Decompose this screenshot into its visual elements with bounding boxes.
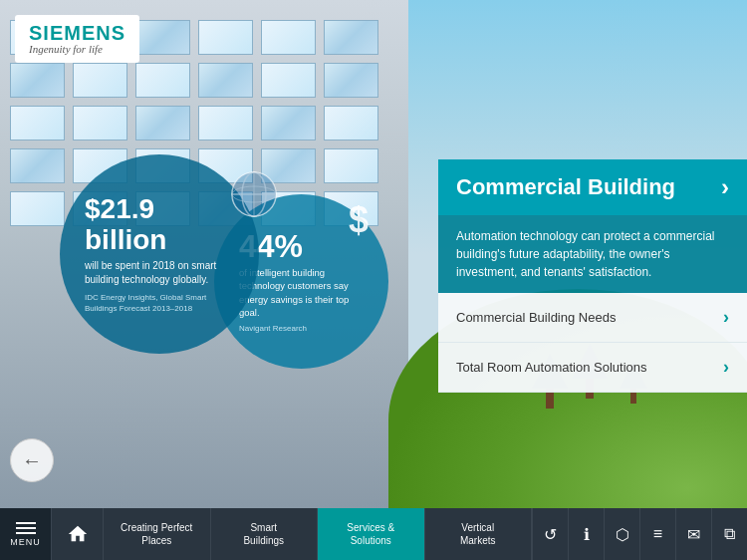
nav-item-vertical-markets[interactable]: VerticalMarkets	[425, 508, 533, 560]
nav-item-smart-buildings[interactable]: SmartBuildings	[211, 508, 319, 560]
nav-item-services-solutions[interactable]: Services &Solutions	[318, 508, 425, 560]
right-panel: Commercial Building › Automation technol…	[438, 159, 747, 393]
email-icon-button[interactable]: ✉	[675, 508, 711, 560]
dollar-icon: $	[349, 199, 369, 241]
list-icon-button[interactable]: ≡	[639, 508, 675, 560]
nav-item-creating-perfect-places[interactable]: Creating PerfectPlaces	[104, 508, 211, 560]
commercial-description: Automation technology can protect a comm…	[438, 215, 747, 293]
nav-label-services: Services &Solutions	[347, 521, 394, 547]
nav-label-smart: SmartBuildings	[243, 521, 284, 547]
item-chevron-icon-2: ›	[723, 357, 729, 378]
nav-label-vertical: VerticalMarkets	[460, 521, 496, 547]
stat1-source: IDC Energy Insights, Global Smart Buildi…	[85, 293, 234, 314]
home-icon	[67, 523, 89, 545]
nav-utility-icons: ↺ ℹ ⬡ ≡ ✉ ⧉	[532, 508, 747, 560]
back-button[interactable]: ←	[10, 438, 54, 482]
nav-items-group: Creating PerfectPlaces SmartBuildings Se…	[104, 508, 532, 560]
item-label-building-needs: Commercial Building Needs	[456, 310, 616, 325]
nav-label-creating: Creating PerfectPlaces	[121, 521, 192, 547]
share-icon-button[interactable]: ⬡	[604, 508, 639, 560]
stat1-amount: $21.9 billion	[85, 194, 234, 256]
menu-button[interactable]: MENU	[0, 508, 52, 560]
stat1-description: will be spent in 2018 on smart building …	[85, 259, 234, 287]
stat2-description: of intelligent building technology custo…	[239, 266, 364, 319]
list-item-building-needs[interactable]: Commercial Building Needs ›	[438, 293, 747, 343]
home-button[interactable]	[52, 508, 104, 560]
item-chevron-icon-1: ›	[723, 307, 729, 328]
refresh-icon-button[interactable]: ↺	[532, 508, 568, 560]
hamburger-icon	[16, 522, 36, 534]
bottom-nav-bar: MENU Creating PerfectPlaces SmartBuildin…	[0, 508, 747, 560]
brand-tagline: Ingenuity for life	[29, 43, 125, 55]
item-label-room-automation: Total Room Automation Solutions	[456, 360, 647, 375]
info-icon-button[interactable]: ℹ	[568, 508, 604, 560]
globe-icon	[229, 169, 279, 219]
list-item-room-automation[interactable]: Total Room Automation Solutions ›	[438, 343, 747, 393]
brand-name: SIEMENS	[29, 23, 125, 43]
stat2-source: Navigant Research	[239, 324, 364, 333]
expand-icon-button[interactable]: ⧉	[711, 508, 747, 560]
menu-label: MENU	[10, 537, 41, 547]
siemens-logo: SIEMENS Ingenuity for life	[15, 15, 139, 63]
svg-point-5	[232, 172, 276, 216]
commercial-header[interactable]: Commercial Building ›	[438, 159, 747, 215]
commercial-title: Commercial Building	[456, 174, 675, 200]
commercial-chevron-icon: ›	[721, 173, 729, 201]
